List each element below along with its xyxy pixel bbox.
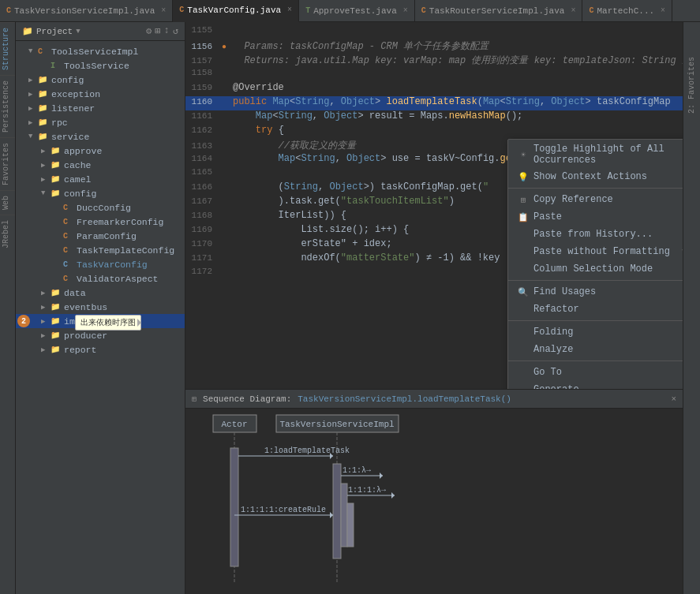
side-label-web[interactable]: Web <box>0 190 15 215</box>
tree-arrow-producer: ▶ <box>41 331 51 340</box>
tab-taskvar[interactable]: C TaskVarConfig.java × <box>173 0 299 22</box>
menu-separator-1 <box>508 188 683 189</box>
menu-item-generate[interactable]: Generate... ⌘N <box>508 381 683 389</box>
line-number: 1159 <box>185 83 219 92</box>
interface-icon: I <box>51 62 62 70</box>
tab-close[interactable]: × <box>161 6 166 15</box>
menu-label-paste-history: Paste from History... <box>533 229 653 240</box>
menu-label-column: Column Selection Mode <box>533 263 653 275</box>
tree-item-config[interactable]: ▶ 📁 config <box>16 73 185 87</box>
tab-approve[interactable]: T ApproveTest.java × <box>299 0 415 22</box>
tree-item-exception[interactable]: ▶ 📁 exception <box>16 87 185 101</box>
menu-label-context: Show Context Actions <box>533 171 647 182</box>
tab-taskversion[interactable]: C TaskVersionServiceImpl.java × <box>0 0 173 22</box>
tree-arrow-service: ▼ <box>28 133 38 140</box>
menu-item-context-actions[interactable]: 💡 Show Context Actions ⌥⏎ <box>508 168 683 185</box>
tab-close-4[interactable]: × <box>571 6 575 15</box>
file-icon-ducc: C <box>63 204 74 212</box>
tab-close-5[interactable]: × <box>661 6 665 15</box>
menu-separator-4 <box>508 361 683 361</box>
bottom-panel: ⊞ Sequence Diagram: TaskVersionServiceIm… <box>185 389 683 594</box>
java-icon: C <box>6 6 11 15</box>
java-icon-5: C <box>589 6 593 15</box>
settings-icon[interactable]: ⚙ <box>146 25 152 37</box>
tree-arrow-rpc: ▶ <box>28 118 38 127</box>
tree-item-report[interactable]: ▶ 📁 report <box>16 342 185 357</box>
tree-label-freemarker: FreemarkerConfig <box>77 217 163 227</box>
tab-martech[interactable]: C MartechC... × <box>582 0 672 22</box>
menu-item-analyze[interactable]: Analyze <box>508 341 683 358</box>
menu-item-toggle-highlight[interactable]: ☀ Toggle Highlight of All Occurrences ⌘F… <box>508 141 683 168</box>
menu-item-paste[interactable]: 📋 Paste ⌘V <box>508 208 683 226</box>
file-icon-freemarker: C <box>63 218 74 226</box>
side-label-favorites[interactable]: Favorites <box>0 137 15 190</box>
bottom-panel-content[interactable]: Actor TaskVersionServiceImpl <box>185 409 683 594</box>
code-line-1159: 1159 @Override <box>185 82 683 96</box>
line-indicator-dot: ● <box>219 43 230 51</box>
menu-item-column-mode[interactable]: Column Selection Mode ⇧⌘8 <box>508 260 683 278</box>
code-content[interactable]: 1155 1156 ● Params: taskConfigMap - CRM … <box>185 22 683 389</box>
tree-item-config2[interactable]: ▼ 📁 config <box>16 186 185 200</box>
code-line-1157: 1157 Returns: java.util.Map key: varMap:… <box>185 54 683 68</box>
tree-item-cache[interactable]: ▶ 📁 cache <box>16 158 185 172</box>
tab-label-4: TaskRouterServiceImpl.java <box>429 6 565 16</box>
svg-text:1:1:1:λ→: 1:1:1:λ→ <box>348 486 386 495</box>
line-number: 1163 <box>185 141 219 151</box>
svg-rect-9 <box>347 503 354 547</box>
menu-item-paste-plain[interactable]: Paste without Formatting ⌥⇧⌘V <box>508 243 683 260</box>
menu-item-copy-ref[interactable]: ⊞ Copy Reference ⌥⌘C <box>508 191 683 208</box>
menu-item-find-usages[interactable]: 🔍 Find Usages ⌘F7 <box>508 283 683 301</box>
tree-label-listener: listener <box>51 103 95 114</box>
tree-arrow-cache: ▶ <box>41 161 51 170</box>
side-label-persistence[interactable]: Persistence <box>0 75 15 137</box>
menu-item-refactor[interactable]: Refactor <box>508 301 683 318</box>
side-label-jrebel[interactable]: JRebel <box>0 215 15 253</box>
seq-diagram-icon: ⊞ <box>192 394 197 404</box>
layout-icon[interactable]: ⊞ <box>155 25 160 37</box>
tree-item-freemarker[interactable]: C FreemarkerConfig <box>16 215 185 229</box>
tree-label-eventbus: eventbus <box>64 302 107 312</box>
tree-item-approve[interactable]: ▶ 📁 approve <box>16 144 185 158</box>
tab-close-3[interactable]: × <box>403 6 408 15</box>
tree-item-eventbus[interactable]: ▶ 📁 eventbus <box>16 300 185 314</box>
tab-close-2[interactable]: × <box>287 6 292 14</box>
menu-item-left-paste-plain: Paste without Formatting <box>518 246 670 257</box>
balloon-tooltip: 出来依赖时序图 <box>75 315 141 331</box>
tree-item-data[interactable]: ▶ 📁 data <box>16 286 185 300</box>
tree-item-toolsserviceimpl[interactable]: ▼ C ToolsServiceImpl <box>16 44 185 58</box>
right-tool-favorites[interactable]: 2: Favorites <box>686 54 698 117</box>
tree-item-paramconfig[interactable]: C ParamConfig <box>16 229 185 243</box>
code-line-1160: 1160 public Map<String, Object> loadTemp… <box>185 96 683 110</box>
side-label-structure[interactable]: Structure <box>0 22 15 75</box>
file-icon: C <box>38 47 49 56</box>
tree-item-toolsservice[interactable]: I ToolsService <box>16 58 185 73</box>
svg-text:Actor: Actor <box>221 420 247 429</box>
project-icon: 📁 <box>22 26 33 36</box>
tree-item-listener[interactable]: ▶ 📁 listener <box>16 101 185 115</box>
menu-item-left-refactor: Refactor <box>518 304 579 315</box>
tree-item-camel[interactable]: ▶ 📁 camel <box>16 172 185 186</box>
tree-label-param: ParamConfig <box>77 231 137 241</box>
tab-taskrouter[interactable]: C TaskRouterServiceImpl.java × <box>415 0 583 22</box>
tree-item-duccconfig[interactable]: C DuccConfig <box>16 200 185 215</box>
seq-diagram-svg: Actor TaskVersionServiceImpl <box>201 409 517 590</box>
scroll-icon[interactable]: ↕ <box>164 25 170 37</box>
line-number: 1171 <box>185 253 219 263</box>
bottom-panel-close[interactable]: × <box>671 394 676 404</box>
menu-item-goto[interactable]: Go To <box>508 364 683 381</box>
tree-item-rpc[interactable]: ▶ 📁 rpc <box>16 115 185 129</box>
tree-label-toolsservice: ToolsService <box>64 61 129 71</box>
tree-arrow-report: ▶ <box>41 346 51 354</box>
line-content: Returns: java.util.Map key: varMap: map … <box>230 54 683 67</box>
tree-item-impl[interactable]: ▶ 📁 impl 出来依赖时序图 2 <box>16 314 185 328</box>
tree-item-taskvarconfig[interactable]: C TaskVarConfig <box>16 257 185 271</box>
tree-item-tasktemplateconfig[interactable]: C TaskTemplateConfig <box>16 243 185 257</box>
tree-item-service[interactable]: ▼ 📁 service <box>16 129 185 144</box>
find-icon: 🔍 <box>518 287 529 297</box>
menu-item-folding[interactable]: Folding <box>508 323 683 341</box>
menu-item-paste-history[interactable]: Paste from History... ⇧⌘V <box>508 226 683 243</box>
code-line-1155: 1155 <box>185 25 683 39</box>
folder-icon-eventbus: 📁 <box>51 302 62 312</box>
refresh-icon[interactable]: ↺ <box>173 25 178 37</box>
tree-item-validator[interactable]: C ValidatorAspect <box>16 271 185 286</box>
